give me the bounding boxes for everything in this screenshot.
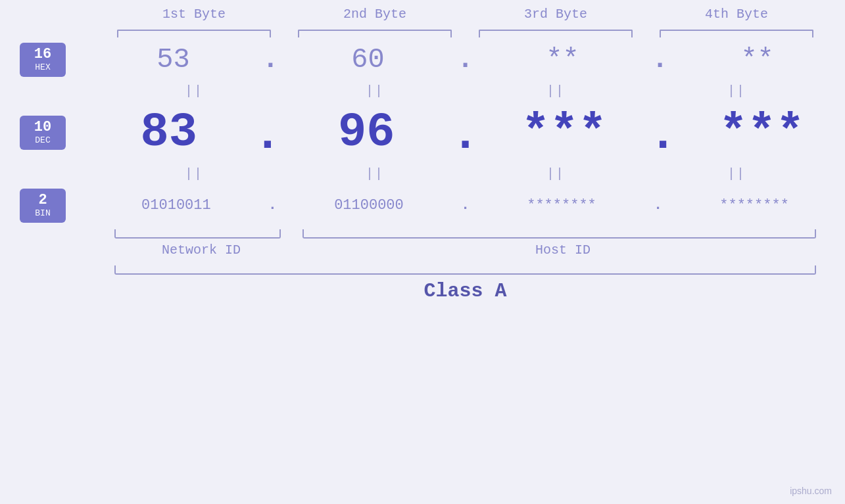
byte-headers: 1st Byte 2nd Byte 3rd Byte 4th Byte	[104, 7, 827, 26]
dec-dot3: .	[647, 112, 678, 159]
eq2-b1: ||	[104, 165, 285, 183]
bracket-3	[479, 30, 633, 37]
id-brackets-row	[104, 229, 827, 239]
class-a-bracket	[114, 265, 816, 275]
hex-b2-cell: 60	[280, 44, 456, 76]
hex-b3-cell: **	[475, 44, 650, 76]
bin-b4-cell: ********	[664, 197, 845, 214]
bracket-2	[298, 30, 452, 37]
hex-row: 16 HEX 53 . 60 . ** . **	[0, 37, 845, 82]
main-container: 1st Byte 2nd Byte 3rd Byte 4th Byte 16 H…	[0, 0, 845, 504]
hex-label-cell: 16 HEX	[0, 43, 85, 77]
bin-label-cell: 2 BIN	[0, 189, 85, 223]
class-a-label-row: Class A	[104, 280, 827, 302]
bin-dot1: .	[267, 197, 278, 214]
eq1-b1: ||	[104, 82, 285, 101]
hex-b1-cell: 53	[85, 44, 261, 76]
bracket-box-1	[104, 30, 285, 37]
bin-b3: ********	[527, 197, 596, 214]
eq2-b3: ||	[466, 165, 646, 183]
hex-badge: 16 HEX	[20, 43, 66, 77]
bin-row: 2 BIN 01010011 . 01100000 . ******** . *…	[0, 183, 845, 228]
hex-dot1: .	[261, 46, 280, 74]
byte3-header: 3rd Byte	[466, 7, 646, 26]
class-bracket-container	[104, 265, 827, 275]
hex-b4-cell: **	[669, 44, 845, 76]
bin-dot3: .	[652, 197, 664, 214]
dec-b4-cell: ***	[679, 106, 845, 160]
bin-b2-cell: 01100000	[278, 197, 460, 214]
watermark: ipshu.com	[790, 486, 832, 496]
hex-dot3: .	[650, 46, 669, 74]
bin-badge: 2 BIN	[20, 189, 66, 223]
dec-b4: ***	[719, 106, 805, 160]
dec-b2: 96	[338, 106, 395, 160]
byte1-header: 1st Byte	[104, 7, 285, 26]
eq2-b2: ||	[285, 165, 466, 183]
bracket-box-3	[466, 30, 646, 37]
dec-b1: 83	[140, 106, 197, 160]
bin-values: 01010011 . 01100000 . ******** . *******…	[85, 197, 845, 214]
dec-b3-cell: ***	[481, 106, 647, 160]
bin-name: BIN	[28, 208, 58, 219]
hex-name: HEX	[28, 62, 58, 73]
bracket-4	[660, 30, 813, 37]
eq1-b2: ||	[285, 82, 466, 101]
class-a-label: Class A	[423, 280, 506, 302]
hex-b4: **	[740, 44, 773, 76]
hex-num: 16	[28, 47, 58, 62]
bin-b1: 01010011	[141, 197, 211, 214]
hex-b3: **	[546, 44, 579, 76]
bin-b2: 01100000	[334, 197, 404, 214]
byte2-header: 2nd Byte	[285, 7, 466, 26]
eq2-b4: ||	[646, 165, 827, 183]
bin-dot2: .	[460, 197, 471, 214]
id-labels-row: Network ID Host ID	[104, 242, 827, 258]
hex-values: 53 . 60 . ** . **	[85, 44, 845, 76]
dec-num: 10	[28, 120, 58, 135]
dec-b3: ***	[521, 106, 607, 160]
eq1-b4: ||	[646, 82, 827, 101]
host-id-label: Host ID	[299, 242, 827, 258]
dec-name: DEC	[28, 135, 58, 146]
dec-dot2: .	[450, 112, 481, 159]
bracket-1	[117, 30, 271, 37]
dec-values: 83 . 96 . *** . ***	[85, 106, 845, 160]
bin-b1-cell: 01010011	[85, 197, 267, 214]
equals-row-1: || || || ||	[104, 82, 827, 101]
bin-num: 2	[28, 193, 58, 208]
byte4-header: 4th Byte	[646, 7, 827, 26]
dec-badge: 10 DEC	[20, 116, 66, 150]
hex-dot2: .	[456, 46, 475, 74]
equals-row-2: || || || ||	[104, 165, 827, 183]
hex-b1: 53	[157, 44, 189, 76]
network-id-label: Network ID	[104, 242, 299, 258]
dec-b1-cell: 83	[85, 106, 252, 160]
top-brackets	[104, 26, 827, 37]
dec-label-cell: 10 DEC	[0, 116, 85, 150]
host-bracket	[302, 229, 816, 239]
bin-b4: ********	[719, 197, 789, 214]
dec-row: 10 DEC 83 . 96 . *** . ***	[0, 101, 845, 165]
bracket-box-4	[646, 30, 827, 37]
network-bracket	[114, 229, 281, 239]
bracket-box-2	[285, 30, 466, 37]
dec-dot1: .	[252, 112, 283, 159]
hex-b2: 60	[351, 44, 384, 76]
eq1-b3: ||	[466, 82, 646, 101]
dec-b2-cell: 96	[283, 106, 450, 160]
bin-b3-cell: ********	[471, 197, 652, 214]
